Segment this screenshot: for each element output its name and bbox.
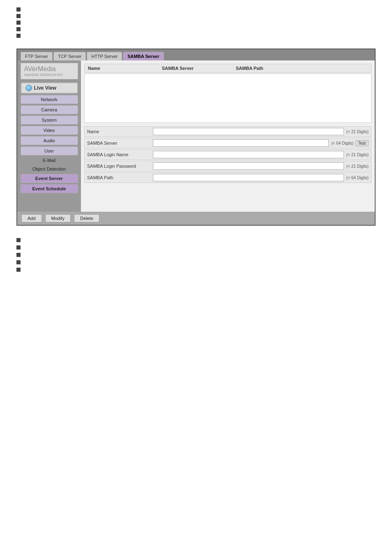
- form-row-samba-server: SAMBA Server (< 64 Digits) Test: [84, 138, 371, 148]
- field-input-login-name[interactable]: [153, 151, 344, 158]
- bottom-bullet-section: [0, 232, 392, 278]
- bullet-item-5: [16, 34, 376, 38]
- tab-ftp-server[interactable]: FTP Server: [21, 52, 53, 60]
- tab-http-server[interactable]: HTTP Server: [87, 52, 122, 60]
- logo-model-text: AVerDiGi SF031CH-DV: [24, 73, 74, 77]
- delete-button[interactable]: Delete: [74, 214, 99, 222]
- col-header-name: Name: [88, 66, 162, 71]
- bottom-bullet-item-2: [16, 245, 376, 250]
- form-row-samba-path: SAMBA Path (< 64 Digits): [84, 172, 371, 183]
- bottom-bullet-icon-3: [16, 253, 21, 257]
- sidebar-item-system[interactable]: System: [21, 116, 78, 125]
- test-button[interactable]: Test: [355, 140, 369, 146]
- logo-brand: AVerMedia AVerDiGi SF031CH-DV: [24, 65, 74, 77]
- col-header-samba: SAMBA Server: [162, 66, 236, 71]
- main-content: AVerMedia AVerDiGi SF031CH-DV Live View …: [17, 60, 375, 212]
- field-label-login-name: SAMBA Login Name: [87, 152, 153, 157]
- form-row-name: Name (< 21 Digits): [84, 126, 371, 137]
- bullet-item-2: [16, 14, 376, 18]
- bottom-bullet-item-3: [16, 252, 376, 257]
- sidebar-item-audio[interactable]: Audio: [21, 136, 78, 145]
- bullet-icon-4: [16, 27, 21, 31]
- bullet-item-1: [16, 7, 376, 12]
- field-hint-samba-path: (< 64 Digits): [346, 176, 369, 180]
- table-header: Name SAMBA Server SAMBA Path: [84, 64, 371, 73]
- live-view-label: Live View: [34, 85, 56, 91]
- bottom-bullet-item-1: [16, 237, 376, 242]
- logo-brand-text: AVerMedia: [24, 65, 74, 73]
- field-label-login-password: SAMBA Login Password: [87, 164, 153, 169]
- tab-bar: FTP Server TCP Server HTTP Server SAMBA …: [17, 49, 375, 60]
- bottom-bar: Add Modify Delete: [17, 212, 375, 225]
- spacer: [84, 184, 371, 208]
- bottom-bullet-icon-4: [16, 260, 21, 264]
- bottom-bullet-item-5: [16, 267, 376, 272]
- sidebar-item-event-schedule[interactable]: Event Schedule: [21, 184, 78, 193]
- bullet-icon-5: [16, 34, 21, 38]
- tab-tcp-server[interactable]: TCP Server: [53, 52, 86, 60]
- field-label-samba-server: SAMBA Server: [87, 141, 153, 146]
- sidebar-item-event-server[interactable]: Event Server: [21, 174, 78, 183]
- sidebar-item-camera[interactable]: Camera: [21, 105, 78, 114]
- field-label-samba-path: SAMBA Path: [87, 175, 153, 180]
- field-hint-samba-server: (< 64 Digits): [331, 141, 353, 146]
- form-row-login-name: SAMBA Login Name (< 21 Digits): [84, 149, 371, 160]
- sidebar-item-video[interactable]: Video: [21, 126, 78, 135]
- col-header-path: SAMBA Path: [236, 66, 368, 71]
- bottom-bullet-icon-5: [16, 268, 21, 272]
- logo-area: AVerMedia AVerDiGi SF031CH-DV: [21, 63, 78, 79]
- form-row-login-password: SAMBA Login Password (< 21 Digits): [84, 161, 371, 171]
- field-hint-login-name: (< 21 Digits): [346, 153, 369, 157]
- sidebar-item-user[interactable]: User: [21, 146, 78, 155]
- bullet-item-4: [16, 27, 376, 31]
- field-label-name: Name: [87, 129, 153, 134]
- field-input-login-password[interactable]: [153, 162, 344, 170]
- sidebar-item-network[interactable]: Network: [21, 95, 78, 104]
- bullet-item-3: [16, 21, 376, 25]
- sidebar-item-object-detection[interactable]: Object Detection: [21, 165, 78, 173]
- bottom-bullet-icon-1: [16, 238, 21, 242]
- live-view-button[interactable]: Live View: [21, 82, 78, 94]
- sidebar: AVerMedia AVerDiGi SF031CH-DV Live View …: [17, 60, 81, 212]
- field-input-samba-path[interactable]: [153, 174, 344, 181]
- right-panel: Name SAMBA Server SAMBA Path Name (< 21 …: [81, 60, 375, 212]
- field-input-name[interactable]: [153, 128, 344, 135]
- bullet-icon-2: [16, 14, 21, 18]
- bottom-bullet-icon-2: [16, 245, 21, 250]
- app-panel: FTP Server TCP Server HTTP Server SAMBA …: [16, 49, 376, 226]
- table-body: [84, 74, 371, 123]
- add-button[interactable]: Add: [21, 214, 42, 222]
- sidebar-item-email[interactable]: E-Mail: [21, 157, 78, 164]
- bullet-icon-3: [16, 21, 21, 25]
- bullet-icon-1: [16, 7, 21, 12]
- live-icon: [25, 85, 32, 91]
- modify-button[interactable]: Modify: [45, 214, 71, 222]
- field-input-samba-server[interactable]: [153, 139, 329, 147]
- field-hint-login-password: (< 21 Digits): [346, 164, 369, 169]
- field-hint-name: (< 21 Digits): [346, 130, 369, 134]
- bottom-bullet-item-4: [16, 259, 376, 264]
- tab-samba-server[interactable]: SAMBA Server: [123, 52, 164, 60]
- top-bullet-section: [0, 0, 392, 44]
